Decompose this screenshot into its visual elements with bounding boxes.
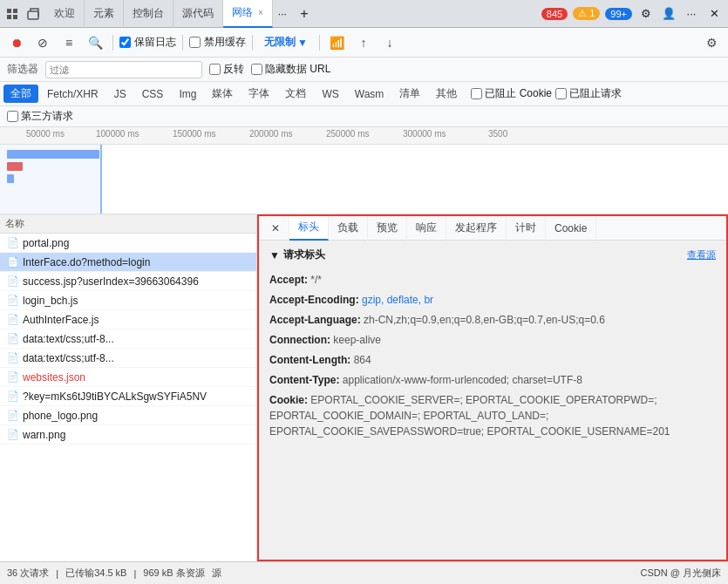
separator-3 <box>252 35 253 51</box>
file-name-interface-do: InterFace.do?method=login <box>23 256 249 268</box>
tab-sources[interactable]: 源代码 <box>173 0 223 28</box>
file-item-websites-json[interactable]: 📄 websites.json <box>0 368 256 387</box>
detail-tab-headers[interactable]: 标头 <box>289 216 329 241</box>
header-key-content-length: Content-Length: <box>269 354 350 366</box>
throttle-dropdown[interactable]: 无限制 ▼ <box>259 33 313 51</box>
file-item-interface-do[interactable]: 📄 InterFace.do?method=login <box>0 253 256 272</box>
hide-data-url-input[interactable] <box>251 64 262 75</box>
section-arrow[interactable]: ▼ <box>269 249 280 261</box>
file-item-css-1[interactable]: 📄 data:text/css;utf-8... <box>0 329 256 349</box>
timeline-vline <box>100 145 102 214</box>
tab-welcome[interactable]: 欢迎 <box>45 0 85 28</box>
timeline-mark-1: 50000 ms <box>26 129 65 139</box>
file-item-key-query[interactable]: 📄 ?key=mKs6tJ9tiBYCALkSgwSYFiA5NV <box>0 387 256 406</box>
status-more: 源 <box>212 567 221 580</box>
header-row-content-length: Content-Length: 864 <box>269 352 716 368</box>
third-party-input[interactable] <box>7 111 18 122</box>
header-key-content-type: Content-Type: <box>269 374 339 386</box>
blocked-request-check[interactable]: 已阻止请求 <box>555 86 622 101</box>
detail-tab-cookie[interactable]: Cookie <box>546 216 596 241</box>
user-icon[interactable]: 👤 <box>658 3 679 24</box>
detail-tab-close[interactable]: ✕ <box>262 216 289 241</box>
separator-4 <box>319 35 320 51</box>
file-icon-warn-png: 📄 <box>7 429 19 441</box>
hide-data-url-check[interactable]: 隐藏数据 URL <box>251 62 330 77</box>
preserve-log-input[interactable] <box>119 37 131 48</box>
record-button[interactable]: ⏺ <box>5 31 28 54</box>
svg-rect-1 <box>13 9 17 13</box>
throttle-dropdown-arrow: ▼ <box>297 37 308 49</box>
file-item-css-2[interactable]: 📄 data:text/css;utf-8... <box>0 349 256 368</box>
header-row-cookie: Cookie: EPORTAL_COOKIE_SERVER=; EPORTAL_… <box>269 392 716 439</box>
reverse-input[interactable] <box>209 64 221 75</box>
type-btn-all[interactable]: 全部 <box>3 85 38 103</box>
header-row-accept-language: Accept-Language: zh-CN,zh;q=0.9,en;q=0.8… <box>269 312 716 328</box>
file-icon-js-1: 📄 <box>7 295 19 307</box>
devtools-menu-icon[interactable] <box>3 5 21 23</box>
type-btn-other[interactable]: 其他 <box>429 85 464 103</box>
settings-icon[interactable]: ⚙ <box>636 3 657 24</box>
tab-network[interactable]: 网络 × <box>223 0 273 28</box>
detail-tab-timing[interactable]: 计时 <box>507 216 546 241</box>
tab-more[interactable]: ··· <box>273 8 292 20</box>
status-request-count: 36 次请求 <box>7 567 49 580</box>
file-item-login-bch-js[interactable]: 📄 login_bch.js <box>0 291 256 310</box>
devtools-undock-icon[interactable] <box>24 5 42 23</box>
tab-console[interactable]: 控制台 <box>124 0 173 28</box>
timeline-mark-4: 200000 ms <box>249 129 292 139</box>
more-icon[interactable]: ··· <box>681 3 702 24</box>
filter-toggle-button[interactable]: ≡ <box>58 31 80 54</box>
reverse-check[interactable]: 反转 <box>209 62 244 77</box>
separator-2 <box>182 35 183 51</box>
detail-tab-initiator[interactable]: 发起程序 <box>446 216 507 241</box>
search-button[interactable]: 🔍 <box>84 31 106 54</box>
blocked-cookie-check[interactable]: 已阻止 Cookie <box>471 86 552 101</box>
type-btn-wasm[interactable]: Wasm <box>348 86 391 102</box>
new-tab-button[interactable]: + <box>292 2 316 26</box>
file-icon-xhr: 📄 <box>7 256 19 268</box>
header-row-accept: Accept: */* <box>269 272 716 288</box>
tab-network-close[interactable]: × <box>258 8 263 17</box>
type-btn-fetch[interactable]: Fetch/XHR <box>40 86 105 102</box>
export-button[interactable]: ↓ <box>378 31 401 54</box>
type-btn-img[interactable]: Img <box>172 86 203 102</box>
filter-input[interactable] <box>45 61 202 78</box>
file-item-portal-png[interactable]: 📄 portal.png <box>0 234 256 253</box>
preserve-log-check[interactable]: 保留日志 <box>119 35 176 50</box>
blocked-request-input[interactable] <box>555 88 567 99</box>
type-btn-font[interactable]: 字体 <box>242 85 276 103</box>
type-btn-ws[interactable]: WS <box>315 86 345 102</box>
toolbar-settings-button[interactable]: ⚙ <box>700 31 723 54</box>
file-name-portal-png: portal.png <box>23 237 249 249</box>
svg-rect-4 <box>28 11 38 19</box>
main-area: 名称 📄 portal.png 📄 InterFace.do?method=lo… <box>0 214 728 561</box>
type-btn-js[interactable]: JS <box>107 86 133 102</box>
file-item-auth-interface-js[interactable]: 📄 AuthInterFace.js <box>0 310 256 329</box>
file-panel-header: 名称 <box>0 214 256 234</box>
disable-cache-input[interactable] <box>189 37 201 48</box>
close-devtools-icon[interactable]: ✕ <box>704 3 725 24</box>
detail-tab-preview[interactable]: 预览 <box>368 216 407 241</box>
status-transferred: 已传输34.5 kB <box>65 567 126 580</box>
tab-elements[interactable]: 元素 <box>85 0 124 28</box>
type-btn-doc[interactable]: 文档 <box>278 85 313 103</box>
file-item-success-jsp[interactable]: 📄 success.jsp?userIndex=39663064396 <box>0 272 256 291</box>
type-btn-media[interactable]: 媒体 <box>205 85 240 103</box>
svg-rect-2 <box>7 15 11 19</box>
stop-button[interactable]: ⊘ <box>31 31 54 54</box>
wifi-icon[interactable]: 📶 <box>326 31 349 54</box>
file-item-phone-logo[interactable]: 📄 phone_logo.png <box>0 406 256 425</box>
type-btn-manifest[interactable]: 清单 <box>392 85 427 103</box>
header-row-accept-encoding: Accept-Encoding: gzip, deflate, br <box>269 292 716 308</box>
type-btn-css[interactable]: CSS <box>135 86 171 102</box>
import-button[interactable]: ↑ <box>352 31 375 54</box>
detail-tab-payload[interactable]: 负载 <box>329 216 368 241</box>
file-item-warn-png[interactable]: 📄 warn.png <box>0 425 256 445</box>
view-source-link[interactable]: 查看源 <box>687 248 716 261</box>
blocked-cookie-input[interactable] <box>471 88 482 99</box>
disable-cache-check[interactable]: 禁用缓存 <box>189 35 246 50</box>
detail-tab-response[interactable]: 响应 <box>407 216 446 241</box>
request-headers-section-header: ▼ 请求标头 查看源 <box>269 248 716 265</box>
header-val-accept: */* <box>310 274 322 286</box>
third-party-check[interactable]: 第三方请求 <box>7 109 73 124</box>
